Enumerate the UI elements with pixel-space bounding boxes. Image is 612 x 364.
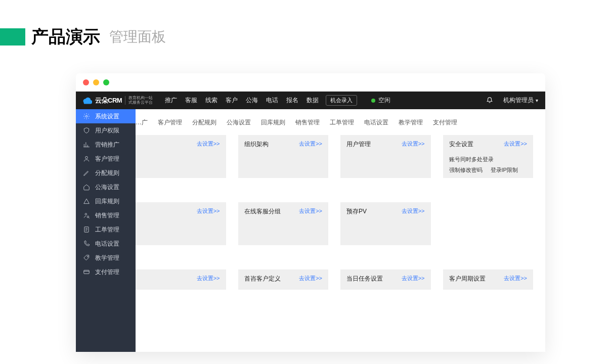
go-settings-link[interactable]: 去设置>> xyxy=(299,207,322,215)
sidebar-item-label: 工单管理 xyxy=(95,225,119,234)
sidebar-item[interactable]: 公海设置 xyxy=(76,180,136,194)
sub-tabs: …广客户管理分配规则公海设置回库规则销售管理工单管理电话设置教学管理支付管理 xyxy=(136,109,545,135)
slide-heading: 产品演示 管理面板 xyxy=(0,0,612,59)
content-area: …广客户管理分配规则公海设置回库规则销售管理工单管理电话设置教学管理支付管理 去… xyxy=(136,109,545,352)
go-settings-link[interactable]: 去设置>> xyxy=(197,207,220,215)
top-nav-item[interactable]: 电话 xyxy=(266,96,278,105)
top-nav-item[interactable]: 推广 xyxy=(165,96,177,105)
sidebar-item-label: 公海设置 xyxy=(95,183,119,192)
go-settings-link[interactable]: 去设置>> xyxy=(197,140,220,148)
go-settings-link[interactable]: 去设置>> xyxy=(299,275,322,282)
go-settings-link[interactable]: 去设置>> xyxy=(197,275,220,282)
sub-tab[interactable]: 分配规则 xyxy=(187,115,222,130)
sub-tab[interactable]: 销售管理 xyxy=(290,115,325,130)
sub-tab[interactable]: 支付管理 xyxy=(428,115,462,130)
shield-icon xyxy=(83,127,90,134)
presence-status[interactable]: 空闲 xyxy=(371,96,390,105)
go-settings-link[interactable]: 去设置>> xyxy=(504,140,527,148)
card-option[interactable]: 登录IP限制 xyxy=(491,166,518,174)
card-icon xyxy=(83,268,90,276)
search-person-icon xyxy=(83,212,90,219)
window-titlebar xyxy=(76,73,545,92)
settings-card: 用户管理去设置>> xyxy=(340,135,431,178)
sidebar-item[interactable]: 营销推广 xyxy=(76,138,136,152)
logo-brand: 云朵CRM xyxy=(95,96,122,105)
top-nav: 推广客服线索客户公海电话报名数据 xyxy=(165,96,319,105)
go-settings-link[interactable]: 去设置>> xyxy=(402,207,425,215)
svg-point-1 xyxy=(85,156,88,159)
settings-card: 组织架构去设置>> xyxy=(238,135,329,178)
triangle-icon xyxy=(83,198,90,205)
settings-card: 客户周期设置去设置>> xyxy=(443,269,534,290)
card-option[interactable]: 账号同时多处登录 xyxy=(449,156,494,163)
go-settings-link[interactable]: 去设置>> xyxy=(402,140,425,148)
user-name: 机构管理员 xyxy=(503,97,534,104)
svg-point-2 xyxy=(85,213,87,215)
top-nav-item[interactable]: 线索 xyxy=(205,96,217,105)
page-subtitle: 管理面板 xyxy=(109,27,166,47)
sidebar-item[interactable]: 教学管理 xyxy=(76,251,136,265)
sidebar-item-label: 教学管理 xyxy=(95,254,119,262)
cloud-icon xyxy=(81,96,92,105)
top-nav-item[interactable]: 公海 xyxy=(246,96,258,105)
app-header: 云朵CRM 教育机构一站式服务云平台 推广客服线索客户公海电话报名数据 机会录入… xyxy=(76,92,545,109)
opportunity-entry-button[interactable]: 机会录入 xyxy=(326,95,357,106)
tag-icon xyxy=(83,254,90,261)
svg-rect-6 xyxy=(84,270,90,274)
sub-tab[interactable]: 回库规则 xyxy=(256,115,290,130)
top-nav-item[interactable]: 客服 xyxy=(185,96,197,105)
sidebar-item-label: 系统设置 xyxy=(95,112,119,121)
sidebar-item-label: 营销推广 xyxy=(95,141,119,149)
person-icon xyxy=(83,155,90,162)
traffic-light-close[interactable] xyxy=(83,79,89,85)
presence-label: 空闲 xyxy=(378,96,390,105)
sub-tab[interactable]: 电话设置 xyxy=(359,115,394,130)
settings-card: 首咨客户定义去设置>> xyxy=(238,269,329,290)
user-menu[interactable]: 机构管理员▾ xyxy=(503,96,538,105)
sub-tab[interactable]: 教学管理 xyxy=(394,115,428,130)
settings-card: 去设置>> xyxy=(136,202,226,245)
settings-card: 当日任务设置去设置>> xyxy=(340,269,431,290)
sidebar-item[interactable]: 客户管理 xyxy=(76,152,136,166)
logo-tagline: 教育机构一站式服务云平台 xyxy=(125,96,153,105)
svg-point-5 xyxy=(87,256,88,257)
traffic-light-zoom[interactable] xyxy=(103,79,109,85)
sidebar: 系统设置用户权限营销推广客户管理分配规则公海设置回库规则销售管理工单管理电话设置… xyxy=(76,109,136,352)
sidebar-item-label: 支付管理 xyxy=(95,268,119,277)
top-nav-item[interactable]: 数据 xyxy=(307,96,319,105)
settings-card: 去设置>> xyxy=(136,269,226,290)
traffic-light-minimize[interactable] xyxy=(93,79,99,85)
go-settings-link[interactable]: 去设置>> xyxy=(299,140,322,148)
sidebar-item[interactable]: 系统设置 xyxy=(76,109,136,123)
sub-tab[interactable]: …广 xyxy=(136,115,153,130)
sidebar-item[interactable]: 电话设置 xyxy=(76,237,136,251)
settings-card: 去设置>> xyxy=(136,135,226,178)
phone-icon xyxy=(83,240,90,247)
sub-tab[interactable]: 公海设置 xyxy=(222,115,256,130)
doc-icon xyxy=(83,226,90,233)
top-nav-item[interactable]: 报名 xyxy=(286,96,298,105)
sidebar-item-label: 电话设置 xyxy=(95,240,119,248)
chart-icon xyxy=(83,141,90,148)
sidebar-item[interactable]: 分配规则 xyxy=(76,166,136,180)
sub-tab[interactable]: 工单管理 xyxy=(325,115,359,130)
top-nav-item[interactable]: 客户 xyxy=(226,96,238,105)
sidebar-item[interactable]: 工单管理 xyxy=(76,222,136,237)
card-option[interactable]: 强制修改密码 xyxy=(449,166,483,174)
sidebar-item[interactable]: 销售管理 xyxy=(76,208,136,222)
browser-window: 云朵CRM 教育机构一站式服务云平台 推广客服线索客户公海电话报名数据 机会录入… xyxy=(76,73,545,352)
go-settings-link[interactable]: 去设置>> xyxy=(504,275,527,282)
sidebar-item[interactable]: 用户权限 xyxy=(76,123,136,138)
page-title: 产品演示 xyxy=(31,25,100,49)
sidebar-item[interactable]: 支付管理 xyxy=(76,265,136,279)
chevron-down-icon: ▾ xyxy=(536,98,538,103)
settings-icon xyxy=(83,113,90,120)
pen-icon xyxy=(83,169,90,176)
notifications-bell[interactable] xyxy=(486,96,493,105)
app-logo[interactable]: 云朵CRM 教育机构一站式服务云平台 xyxy=(76,96,158,105)
sub-tab[interactable]: 客户管理 xyxy=(153,115,187,130)
svg-point-3 xyxy=(87,216,89,218)
svg-point-0 xyxy=(85,115,88,117)
sidebar-item[interactable]: 回库规则 xyxy=(76,194,136,208)
go-settings-link[interactable]: 去设置>> xyxy=(402,275,425,282)
